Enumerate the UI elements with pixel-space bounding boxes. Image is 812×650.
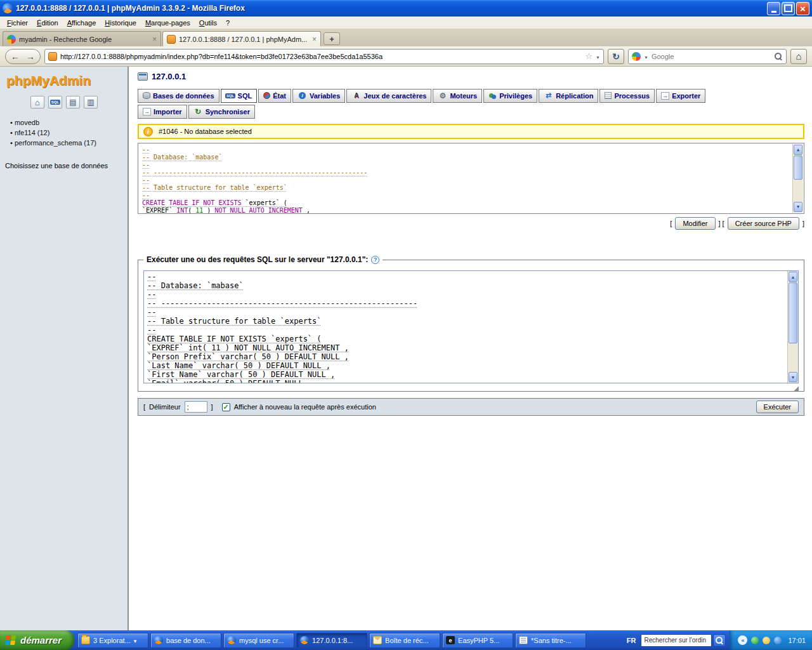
scroll-down-icon[interactable] <box>789 372 797 382</box>
pma-tab-label: Importer <box>154 108 182 116</box>
pma-tab-exporter[interactable]: Exporter <box>656 89 705 103</box>
reload-button[interactable] <box>608 49 624 64</box>
pma-tab-variables[interactable]: Variables <box>292 89 345 103</box>
taskbar-search-button[interactable] <box>713 634 726 647</box>
scroll-up-icon[interactable] <box>794 145 802 155</box>
search-input[interactable] <box>652 53 771 60</box>
help-icon[interactable] <box>371 256 379 264</box>
tray-icon-green[interactable] <box>751 637 759 644</box>
phpmyadmin-logo: phpMyAdmin <box>4 73 124 88</box>
hide-icons-chevron-icon[interactable] <box>738 635 747 645</box>
back-forward-group <box>5 49 41 64</box>
taskbar-item-base-de-don[interactable]: base de don... <box>150 633 221 648</box>
navigation-toolbar <box>0 46 812 67</box>
pma-tab-synchroniser[interactable]: Synchroniser <box>188 105 255 119</box>
creer-source-php-button[interactable]: Créer source PHP <box>728 217 799 230</box>
modifier-button[interactable]: Modifier <box>675 217 715 230</box>
taskbar-item-3-explorat[interactable]: 3 Explorat... <box>77 633 148 648</box>
pma-tab-label: Synchroniser <box>206 108 250 116</box>
sidebar-db-movedb[interactable]: movedb <box>10 117 124 128</box>
menu-historique[interactable]: Historique <box>100 18 141 28</box>
start-button[interactable]: démarrer <box>0 630 74 650</box>
group-caret-icon <box>134 637 137 644</box>
sql-code: ---- Database: `mabase`---- ------------… <box>142 146 789 214</box>
delimiter-input[interactable] <box>185 401 207 413</box>
menu-help[interactable]: ? <box>221 18 234 28</box>
server-icon <box>138 72 148 81</box>
pma-tab-bases-de-donnees[interactable]: Bases de données <box>138 89 219 103</box>
show-query-checkbox[interactable] <box>222 403 230 411</box>
query-window-icon[interactable] <box>48 96 62 109</box>
close-button[interactable] <box>796 2 809 15</box>
url-dropdown-icon[interactable] <box>596 53 600 60</box>
pma-tab-label: Variables <box>310 92 340 100</box>
tray-icon-yellow[interactable] <box>763 637 770 644</box>
taskbar-item-boite-de-rec[interactable]: Boîte de réc... <box>369 633 440 648</box>
taskbar-item-easyphp-5[interactable]: EasyPHP 5... <box>442 633 513 648</box>
back-button[interactable] <box>8 51 23 62</box>
menu-bar: FichierÉditionAffichageHistoriqueMarque-… <box>0 17 812 29</box>
pma-tab-processus[interactable]: Processus <box>599 89 655 103</box>
error-text: #1046 - No database selected <box>159 128 252 135</box>
pma-tab-jeux-de-caracteres[interactable]: Jeux de caractères <box>346 89 431 103</box>
menu-fichier[interactable]: Fichier <box>3 18 32 28</box>
pma-tab-sql[interactable]: SQL <box>221 89 258 103</box>
search-magnifier-icon[interactable] <box>774 52 783 61</box>
scroll-up-icon[interactable] <box>789 272 797 282</box>
home-button[interactable] <box>790 49 807 64</box>
pma-tab-importer[interactable]: Importer <box>138 105 187 119</box>
browser-tab-127-0-0-1-8888-127-0-0-1[interactable]: 127.0.0.1:8888 / 127.0.0.1 | phpMyAdm... <box>162 31 321 46</box>
mail-icon <box>373 636 382 644</box>
taskbar-item-mysql-use-cr[interactable]: mysql use cr... <box>223 633 294 648</box>
menu-edition[interactable]: Édition <box>32 18 63 28</box>
page-favicon <box>48 52 57 61</box>
browser-tab-myadmin-recherche-google[interactable]: myadmin - Recherche Google <box>3 31 161 46</box>
show-query-label: Afficher à nouveau la requête après exéc… <box>234 403 376 411</box>
scroll-down-icon[interactable] <box>794 202 802 212</box>
new-tab-button[interactable] <box>324 32 340 45</box>
minimize-button[interactable] <box>767 2 780 15</box>
resize-grip-icon[interactable] <box>794 385 799 392</box>
language-indicator[interactable]: FR <box>622 637 641 644</box>
execute-button[interactable]: Exécuter <box>756 401 799 413</box>
pma-tab-privileges[interactable]: Privilèges <box>483 89 537 103</box>
pma-tab-replication[interactable]: Réplication <box>539 89 598 103</box>
scroll-thumb[interactable] <box>794 156 802 180</box>
textarea-scrollbar[interactable] <box>787 271 798 383</box>
mysql-docs-icon[interactable] <box>84 96 98 109</box>
taskbar-item-label: EasyPHP 5... <box>458 637 499 644</box>
taskbar-search-input[interactable] <box>641 634 712 647</box>
pma-docs-icon[interactable] <box>66 96 80 109</box>
sql-icon <box>226 91 235 100</box>
pma-tab-etat[interactable]: État <box>258 89 291 103</box>
bookmark-star-icon[interactable] <box>585 51 593 61</box>
info-icon <box>143 127 153 136</box>
privs-icon <box>488 92 497 100</box>
window-titlebar: 127.0.0.1:8888 / 127.0.0.1 | phpMyAdmin … <box>0 0 812 17</box>
search-engine-dropdown-icon[interactable] <box>644 53 648 60</box>
restore-button[interactable] <box>782 2 795 15</box>
menu-outils[interactable]: Outils <box>195 18 221 28</box>
tray-icon-blue[interactable] <box>774 637 782 644</box>
tab-close-icon[interactable] <box>152 35 157 44</box>
sidebar-db-nfe114-12[interactable]: nfe114 (12) <box>10 128 124 138</box>
sql-line: -- Database: `mabase` <box>142 154 789 161</box>
status-icon <box>263 92 270 99</box>
sidebar-db-performance-schema-17[interactable]: performance_schema (17) <box>10 138 124 148</box>
taskbar-item-sans-titre[interactable]: *Sans titre-... <box>515 633 586 648</box>
menu-affichage[interactable]: Affichage <box>63 18 101 28</box>
taskbar-item-label: Boîte de réc... <box>385 637 428 644</box>
pma-tab-moteurs[interactable]: Moteurs <box>433 89 482 103</box>
forward-button[interactable] <box>23 51 38 62</box>
sql-query-fieldset: Exécuter une ou des requêtes SQL sur le … <box>138 255 804 392</box>
menu-marque-pages[interactable]: Marque-pages <box>141 18 195 28</box>
sql-textarea[interactable] <box>143 270 799 383</box>
home-icon[interactable] <box>30 96 44 109</box>
tab-title: myadmin - Recherche Google <box>19 36 149 43</box>
tab-close-icon[interactable] <box>312 35 317 44</box>
taskbar-search <box>641 634 730 647</box>
url-input[interactable] <box>60 53 582 60</box>
scroll-thumb[interactable] <box>789 282 797 343</box>
sql-display-scrollbar[interactable] <box>792 144 803 213</box>
taskbar-item-127-0-0-1-8[interactable]: 127.0.0.1:8... <box>296 633 367 648</box>
